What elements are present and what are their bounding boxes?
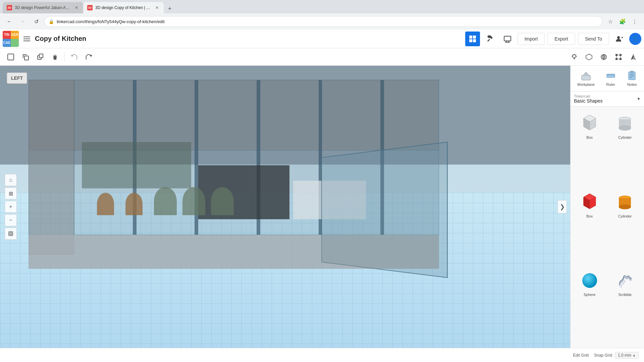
svg-rect-27 bbox=[620, 54, 622, 56]
vp-scene bbox=[0, 66, 570, 348]
duplicate-button[interactable] bbox=[34, 50, 47, 64]
zoom-out-button[interactable]: − bbox=[5, 214, 17, 226]
align-tool[interactable] bbox=[612, 50, 625, 64]
tab2-close[interactable]: ✕ bbox=[154, 5, 160, 10]
svg-rect-28 bbox=[615, 58, 618, 60]
ruler-label: Ruler bbox=[606, 82, 615, 86]
send-to-button[interactable]: Send To bbox=[578, 33, 609, 45]
shape-box-gray[interactable]: Box bbox=[573, 111, 606, 187]
snap-value-control[interactable]: 1.0 mm ▲ bbox=[615, 352, 639, 359]
forward-button[interactable]: → bbox=[17, 16, 28, 27]
view-3d-tool[interactable] bbox=[597, 50, 610, 64]
svg-rect-18 bbox=[39, 54, 43, 58]
svg-marker-36 bbox=[633, 55, 635, 59]
light-tool[interactable] bbox=[568, 50, 581, 64]
refresh-button[interactable]: ↺ bbox=[31, 16, 42, 27]
add-user-button[interactable] bbox=[612, 32, 627, 46]
import-button[interactable]: Import bbox=[518, 33, 545, 45]
svg-point-68 bbox=[582, 273, 597, 288]
workplane-tool[interactable]: Workplane bbox=[574, 68, 598, 88]
present-mode-button[interactable] bbox=[500, 32, 515, 46]
svg-rect-2 bbox=[23, 41, 30, 41]
address-bar-row: ← → ↺ 🔒 tinkercad.com/things/foNTy544yQw… bbox=[0, 13, 644, 29]
address-bar[interactable]: 🔒 tinkercad.com/things/foNTy544yQw-copy-… bbox=[44, 16, 602, 27]
lock-icon: 🔒 bbox=[49, 19, 54, 24]
url-display[interactable]: tinkercad.com/things/foNTy544yQw-copy-of… bbox=[57, 19, 598, 24]
shape-sphere-blue[interactable]: Sphere bbox=[573, 268, 606, 344]
fit-view-button[interactable]: ⊠ bbox=[5, 187, 17, 199]
tab-active[interactable]: 3D 3D design Copy of Kitchen | Tink... ✕ bbox=[83, 2, 164, 13]
user-avatar[interactable]: 👤 bbox=[629, 33, 641, 45]
svg-rect-16 bbox=[24, 56, 29, 60]
svg-rect-1 bbox=[23, 39, 30, 39]
svg-line-24 bbox=[573, 54, 573, 55]
new-shape-button[interactable] bbox=[4, 50, 17, 64]
app-header: TIN KER CAD Copy of Kitchen bbox=[0, 29, 644, 48]
scribble-label: Scribble bbox=[618, 293, 632, 297]
copy-button[interactable] bbox=[19, 50, 32, 64]
shapes-title: Basic Shapes bbox=[574, 98, 637, 104]
left-indicator-label: LEFT bbox=[11, 75, 23, 81]
svg-rect-6 bbox=[473, 39, 476, 42]
tab1-close[interactable]: ✕ bbox=[74, 5, 79, 10]
svg-marker-35 bbox=[631, 55, 633, 59]
delete-button[interactable] bbox=[48, 50, 62, 64]
design-title[interactable]: Copy of Kitchen bbox=[35, 35, 463, 43]
logo-bl: CAD bbox=[3, 39, 11, 47]
undo-button[interactable] bbox=[67, 50, 81, 64]
svg-rect-4 bbox=[473, 36, 476, 39]
tab1-favicon: 3D bbox=[7, 5, 12, 10]
viewport[interactable]: LEFT ⌂ ⊠ + − ❯ bbox=[0, 66, 570, 348]
new-tab-button[interactable]: + bbox=[165, 4, 174, 13]
svg-point-12 bbox=[617, 36, 620, 39]
notes-icon bbox=[627, 70, 637, 81]
svg-rect-8 bbox=[504, 36, 511, 41]
toolbar-right bbox=[568, 50, 640, 64]
workplane-icon bbox=[581, 70, 591, 81]
shapes-dropdown[interactable]: Tinkercad Basic Shapes ▼ bbox=[571, 92, 644, 107]
export-button[interactable]: Export bbox=[547, 33, 575, 45]
notes-tool[interactable]: Notes bbox=[623, 68, 641, 88]
shape-box-red[interactable]: Box bbox=[573, 189, 606, 265]
ruler-icon bbox=[605, 70, 616, 81]
svg-rect-3 bbox=[469, 36, 472, 39]
nav-controls: ⌂ ⊠ + − bbox=[5, 174, 17, 240]
back-button[interactable]: ← bbox=[4, 16, 15, 27]
tinkercad-logo[interactable]: TIN KER CAD bbox=[3, 31, 19, 47]
view-2d-tool[interactable] bbox=[582, 50, 596, 64]
cylinder-gray-label: Cylinder bbox=[618, 135, 632, 139]
svg-rect-7 bbox=[487, 39, 490, 42]
mirror-tool[interactable] bbox=[627, 50, 640, 64]
ruler-tool[interactable]: Ruler bbox=[602, 68, 620, 88]
cylinder-orange-label: Cylinder bbox=[618, 214, 632, 218]
right-panel: Workplane Ruler bbox=[570, 66, 644, 348]
home-view-button[interactable]: ⌂ bbox=[5, 174, 17, 186]
extension-button[interactable]: 🧩 bbox=[617, 16, 628, 27]
panel-expand-arrow[interactable]: ❯ bbox=[557, 200, 567, 214]
redo-button[interactable] bbox=[82, 50, 96, 64]
snap-grid-control[interactable]: Snap Grid 1.0 mm ▲ bbox=[594, 352, 639, 359]
shapes-grid: Box Cylinder bbox=[571, 107, 644, 348]
edit-grid-label[interactable]: Edit Grid bbox=[573, 353, 589, 358]
logo-tl: TIN bbox=[3, 31, 11, 39]
tab-inactive[interactable]: 3D 3D design Powerful Jaban-Amu... ✕ bbox=[3, 2, 83, 13]
notes-label: Notes bbox=[627, 82, 637, 86]
hamburger-menu[interactable] bbox=[21, 34, 32, 44]
zoom-in-button[interactable]: + bbox=[5, 201, 17, 213]
svg-line-21 bbox=[576, 54, 576, 55]
shapes-arrow-icon: ▼ bbox=[637, 97, 641, 101]
settings-button[interactable]: ⋮ bbox=[629, 16, 640, 27]
shape-scribble[interactable]: Scribble bbox=[609, 268, 642, 344]
bookmark-button[interactable]: ☆ bbox=[605, 16, 616, 27]
tab2-title: 3D design Copy of Kitchen | Tink... bbox=[95, 5, 152, 10]
logo-tr: KER bbox=[11, 31, 19, 39]
shape-cylinder-orange[interactable]: Cylinder bbox=[609, 189, 642, 265]
shape-cylinder-gray[interactable]: Cylinder bbox=[609, 111, 642, 187]
perspective-button[interactable] bbox=[5, 228, 17, 240]
grid-view-button[interactable] bbox=[465, 32, 480, 46]
status-bar: Edit Grid Snap Grid 1.0 mm ▲ bbox=[0, 348, 644, 362]
export-label: Export bbox=[554, 36, 568, 42]
import-label: Import bbox=[525, 36, 538, 42]
edit-mode-button[interactable] bbox=[483, 32, 497, 46]
sphere-blue-icon bbox=[578, 270, 602, 291]
